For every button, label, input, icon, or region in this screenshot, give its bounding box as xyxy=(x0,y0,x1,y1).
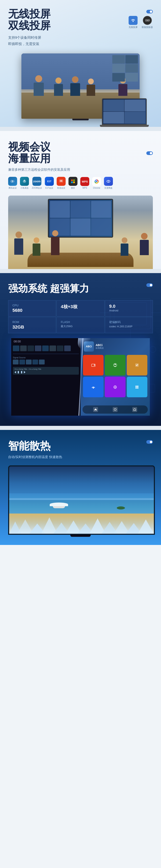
svg-rect-13 xyxy=(73,180,75,181)
tv-right-panel: ABCi ABCi 应用商店 xyxy=(80,338,150,416)
svg-rect-22 xyxy=(110,299,151,329)
person-1 xyxy=(34,75,44,96)
conference-room-scene xyxy=(8,195,153,269)
laptop-visual xyxy=(102,98,147,127)
person-3 xyxy=(70,76,80,96)
media-player: I'm a Song Title - I'm a Song Title xyxy=(13,367,79,375)
cooling-tv-stand xyxy=(70,535,91,537)
section4-subtext: 自动/实时侦测整机内部温度 快速散热 xyxy=(8,455,62,459)
svg-point-50 xyxy=(114,408,116,410)
thumb-1 xyxy=(50,201,70,218)
spec-cpu: CPU 5680 xyxy=(8,300,56,316)
svg-rect-14 xyxy=(71,182,73,183)
laptop-base xyxy=(100,125,149,127)
section-wireless-projection: 无线投屏 双线投屏 支持9个设备同时传屏 即插即投，无需安装 xyxy=(0,0,161,127)
section2-toggle[interactable] xyxy=(146,151,153,155)
svg-rect-46 xyxy=(135,386,137,387)
section2-title: 视频会议 海量应用 xyxy=(8,141,70,164)
system-icons-area xyxy=(11,345,80,352)
zoom-label: ZOOM会议 xyxy=(32,187,42,189)
thumb-6 xyxy=(91,218,111,236)
standing-person-left xyxy=(14,231,23,255)
app-wps: WPS WPS xyxy=(80,177,89,189)
title-line1: 视频会议 xyxy=(8,141,51,153)
thumb-5 xyxy=(70,218,91,236)
boat xyxy=(50,502,68,508)
svg-rect-48 xyxy=(135,387,137,389)
svg-point-42 xyxy=(93,387,94,389)
baidu-icon xyxy=(104,177,113,186)
system-tv-visual: 08:00 Signal Source xyxy=(11,338,150,416)
svg-point-1 xyxy=(133,21,134,22)
conference-table xyxy=(28,253,133,267)
app-chrome: Chrome xyxy=(92,177,101,189)
svg-rect-3 xyxy=(147,20,148,21)
spec-rom: ROM 32GB xyxy=(8,317,56,333)
eit-icon: E1T xyxy=(45,177,54,186)
dongle-icon xyxy=(143,16,152,25)
xiaoyu-label: 小鱼易连 xyxy=(21,187,29,189)
dongle-icon-label: 双线投影器 xyxy=(142,26,153,29)
section2-subtext: 兼容多种第三方远程会议软件的安装及应用 xyxy=(8,168,70,172)
tv-left-panel: 08:00 Signal Source xyxy=(11,338,80,416)
ice-crystals-svg xyxy=(9,513,154,534)
sub2-text: 即插即投，无需安装 xyxy=(8,42,39,46)
cooling-tv xyxy=(8,465,155,535)
seated-person-left xyxy=(33,238,40,256)
app-microsoft: 微软 xyxy=(68,177,77,189)
svg-point-9 xyxy=(24,180,25,181)
svg-rect-0 xyxy=(130,18,136,23)
sub1-text: 支持9个设备同时传屏 xyxy=(8,36,41,39)
svg-rect-47 xyxy=(137,386,138,387)
bottom-nav xyxy=(83,405,148,413)
chrome-label: Chrome xyxy=(93,187,100,189)
seated-person-right xyxy=(121,238,128,256)
section3-title: 强劲系统 超强算力 xyxy=(8,283,89,294)
app-launcher-grid xyxy=(80,353,150,399)
time-display: 08:00 xyxy=(11,338,80,345)
microsoft-label: 微软 xyxy=(71,187,75,189)
monitor-visual xyxy=(8,54,153,127)
person-4 xyxy=(87,79,95,96)
baidu-label: 百度网盘 xyxy=(104,187,112,189)
system-tv: 08:00 Signal Source xyxy=(11,338,150,416)
section1-subtext: 支持9个设备同时传屏 即插即投，无需安装 xyxy=(8,35,51,47)
app-xiaoyu: 小鱼易连 xyxy=(20,177,29,189)
person-2 xyxy=(54,78,63,96)
app-icons-row: 腾讯会议 小鱼易连 zoom ZOOM会议 E1T E1T会议 xyxy=(8,177,153,189)
ice-overlay xyxy=(9,513,154,534)
laptop-content xyxy=(102,99,146,124)
thumb-2 xyxy=(70,201,91,218)
eit-label: E1T会议 xyxy=(45,187,53,189)
svg-rect-5 xyxy=(148,21,150,21)
svg-point-19 xyxy=(96,181,97,182)
section-smart-cooling: 智能散热 自动/实时侦测整机内部温度 快速散热 xyxy=(0,430,161,545)
section3-toggle[interactable] xyxy=(146,283,153,287)
app-eit: E1T E1T会议 xyxy=(45,177,54,189)
svg-point-40 xyxy=(115,364,116,365)
app-zoom: zoom ZOOM会议 xyxy=(32,177,42,189)
wps-icon: WPS xyxy=(80,177,89,186)
dongle-icon-group: 双线投影器 xyxy=(142,16,153,29)
youdao-icon xyxy=(57,177,66,186)
app-youdao: 有道会议 xyxy=(57,177,66,189)
svg-point-11 xyxy=(60,180,62,182)
standing-person-center xyxy=(51,230,60,255)
chrome-icon xyxy=(92,177,101,186)
horizon xyxy=(9,499,154,499)
signal-source-label: Signal Source xyxy=(11,356,80,365)
section4-toggle[interactable] xyxy=(146,440,153,444)
microsoft-icon xyxy=(68,177,77,186)
svg-rect-12 xyxy=(71,180,73,181)
bottom-spacing xyxy=(8,537,153,545)
svg-rect-41 xyxy=(135,364,138,367)
svg-rect-15 xyxy=(73,182,75,183)
video-thumbnails xyxy=(112,55,138,82)
monitor-base xyxy=(72,119,89,120)
person-far-right xyxy=(140,233,149,255)
section1-toggle[interactable] xyxy=(146,10,153,13)
laptop-screen xyxy=(102,98,147,125)
app-tencent-meeting: 腾讯会议 xyxy=(8,177,17,189)
section1-title: 无线投屏 双线投屏 xyxy=(8,8,51,31)
svg-rect-23 xyxy=(114,303,147,325)
